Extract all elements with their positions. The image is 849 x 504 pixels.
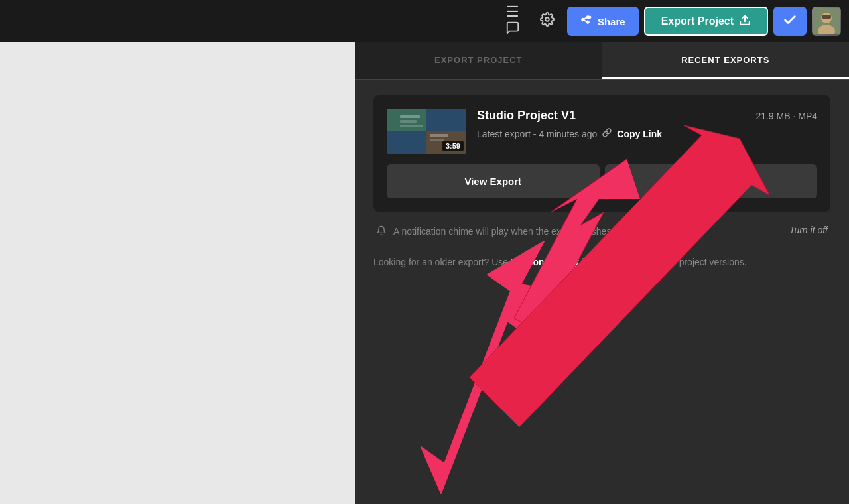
export-subtitle: Latest export - 4 minutes ago Copy Link [477,128,817,139]
export-file-info: 21.9 MB · MP4 [755,111,817,121]
download-label: Download [677,176,725,187]
svg-rect-13 [400,120,417,123]
gear-icon [540,12,555,31]
comment-button[interactable]: ☰ [498,7,527,36]
download-button[interactable]: Download [605,164,818,198]
main-layout: EXPORT PROJECT RECENT EXPORTS [0,42,849,504]
settings-button[interactable] [533,7,562,36]
version-suffix: for a full list of previous project vers… [579,257,747,267]
export-time: Latest export - 4 minutes ago [477,129,597,139]
version-prefix: Looking for an older export? Use [373,257,511,267]
comment-icon: ☰ [498,3,527,39]
video-duration: 3:59 [442,141,464,151]
bell-icon [376,225,387,239]
tab-export-project[interactable]: EXPORT PROJECT [355,42,602,79]
svg-rect-14 [400,125,423,127]
header: ☰ + Share Export Project [0,0,849,42]
export-project-label: Export Project [661,15,734,27]
export-card-header: 3:59 Studio Project V1 21.9 MB · MP4 Lat… [387,109,817,154]
avatar [812,7,841,36]
chain-link-icon [602,128,612,139]
tab-recent-exports[interactable]: RECENT EXPORTS [602,42,850,79]
turn-off-link[interactable]: Turn it off [789,225,828,235]
panel-content: 3:59 Studio Project V1 21.9 MB · MP4 Lat… [355,80,849,504]
notification-row: A notification chime will play when the … [373,225,830,239]
export-upload-icon [739,14,751,29]
share-plus-icon: + [580,15,592,29]
export-project-button[interactable]: Export Project [644,7,768,36]
video-thumbnail: 3:59 [387,109,466,154]
export-panel: EXPORT PROJECT RECENT EXPORTS [355,42,849,504]
action-buttons: View Export Download [387,164,817,198]
view-export-button[interactable]: View Export [387,164,600,198]
copy-link-button[interactable]: Copy Link [617,129,662,139]
share-button[interactable]: + Share [567,7,639,36]
export-info: Studio Project V1 21.9 MB · MP4 Latest e… [477,109,817,139]
svg-point-0 [545,17,549,21]
svg-rect-8 [822,15,831,19]
user-avatar-button[interactable] [812,7,841,36]
check-icon [783,13,797,31]
share-label: Share [598,16,625,27]
version-history-link[interactable]: Version History [511,257,579,267]
tab-bar: EXPORT PROJECT RECENT EXPORTS [355,42,849,80]
download-icon [732,174,745,189]
export-title-row: Studio Project V1 21.9 MB · MP4 [477,109,817,123]
svg-rect-12 [400,115,420,118]
svg-rect-15 [430,134,448,137]
export-title: Studio Project V1 [477,109,576,123]
editor-panel [0,42,355,504]
confirm-button[interactable] [773,7,807,36]
notification-text: A notification chime will play when the … [393,225,783,239]
export-card: 3:59 Studio Project V1 21.9 MB · MP4 Lat… [373,95,830,212]
version-history-text: Looking for an older export? Use Version… [373,255,830,269]
